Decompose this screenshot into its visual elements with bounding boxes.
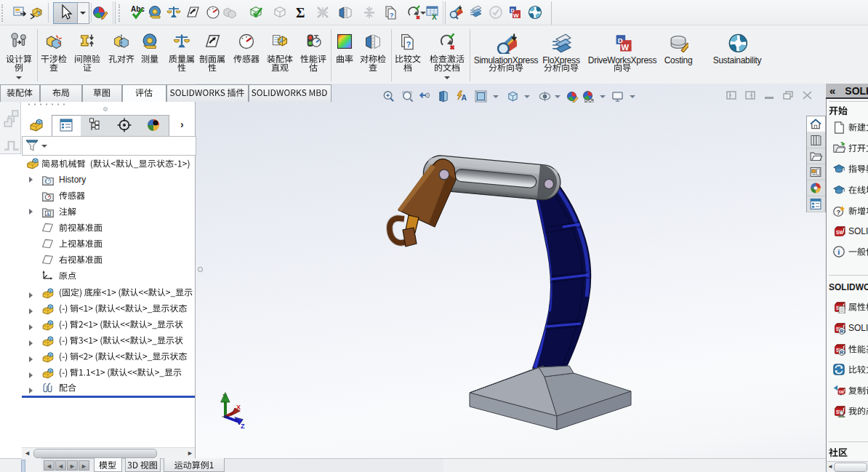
svg-text:X: X bbox=[236, 404, 241, 411]
svg-text:Rx: Rx bbox=[840, 350, 845, 355]
svg-text:SW: SW bbox=[836, 230, 843, 235]
svg-text:D: D bbox=[511, 8, 515, 13]
svg-text:Z: Z bbox=[241, 423, 245, 430]
svg-text:A: A bbox=[47, 211, 50, 216]
svg-text:Y: Y bbox=[222, 393, 227, 400]
svg-text:?: ? bbox=[836, 209, 840, 216]
svg-text:X: X bbox=[432, 13, 437, 20]
svg-text:?: ? bbox=[406, 40, 411, 49]
svg-text:?: ? bbox=[390, 12, 394, 19]
svg-text:W: W bbox=[513, 12, 519, 19]
svg-text:D: D bbox=[618, 36, 623, 44]
svg-text:A: A bbox=[462, 94, 467, 102]
svg-text:Rx: Rx bbox=[840, 329, 845, 334]
svg-text:SW: SW bbox=[839, 391, 845, 394]
svg-text:Σ: Σ bbox=[296, 5, 305, 20]
svg-text:i: i bbox=[837, 247, 840, 256]
